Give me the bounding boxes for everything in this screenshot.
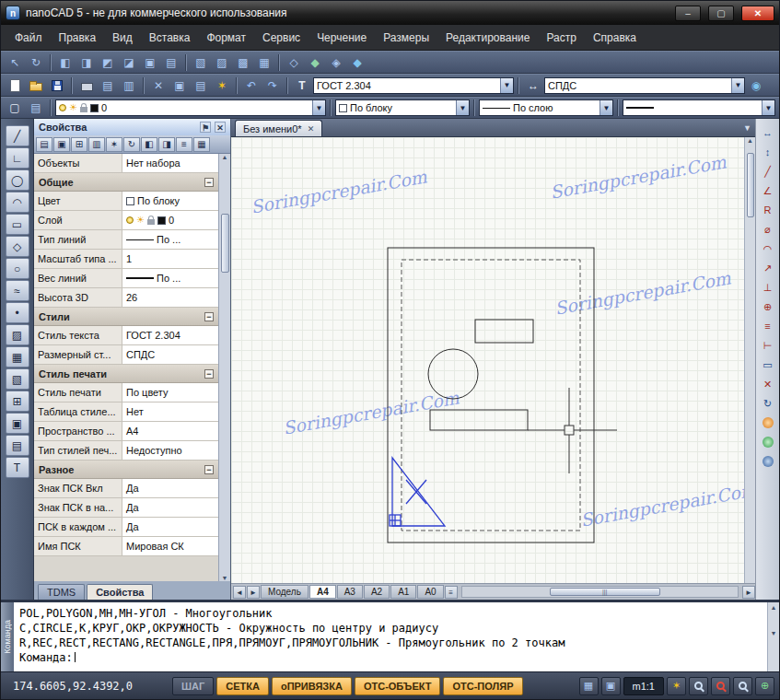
polar-toggle[interactable]: ОТС-ПОЛЯР xyxy=(443,677,522,695)
hatch-icon[interactable]: ▨ xyxy=(6,324,29,345)
tab-overflow-icon[interactable]: ▼ xyxy=(743,123,751,133)
menu-item-draw[interactable]: Черчение xyxy=(309,27,375,49)
view-back-icon[interactable]: ▤ xyxy=(161,53,181,72)
tab-properties[interactable]: Свойства xyxy=(87,584,153,600)
prop-row-objects[interactable]: Объекты Нет набора xyxy=(34,154,218,173)
view-top-icon[interactable]: ◧ xyxy=(55,53,76,72)
dim-arc-icon[interactable]: ◠ xyxy=(759,239,777,258)
polyline-icon[interactable]: ∟ xyxy=(6,147,29,169)
open-file-icon[interactable] xyxy=(26,76,46,95)
prop-section-misc[interactable]: Разное − xyxy=(34,461,218,479)
spline-icon[interactable]: ≈ xyxy=(6,280,29,301)
export-icon[interactable]: ◨ xyxy=(158,137,175,152)
arc-icon[interactable]: ◠ xyxy=(6,192,29,213)
command-scrollbar[interactable]: ▲▼ xyxy=(767,602,779,671)
prop-row-lineweight[interactable]: Вес линий По ... xyxy=(34,269,218,288)
chevron-down-icon[interactable]: ▼ xyxy=(731,78,744,93)
dim-style-icon[interactable]: ↔ xyxy=(523,76,543,95)
leader-icon[interactable]: ↗ xyxy=(759,259,777,277)
maximize-button[interactable]: ▢ xyxy=(708,6,734,21)
zoom-extents-icon[interactable] xyxy=(733,677,752,695)
prop-row-ucs-on[interactable]: Знак ПСК Вкл Да xyxy=(34,479,218,498)
snap-toggle[interactable]: ШАГ xyxy=(172,677,214,695)
zoom-in-icon[interactable] xyxy=(689,677,708,695)
pan-view-icon[interactable]: ↖ xyxy=(5,53,25,72)
select-icon[interactable]: ▢ xyxy=(5,99,25,117)
sheet-tab-a3[interactable]: А3 xyxy=(337,585,363,599)
calc-icon[interactable]: ✶ xyxy=(106,137,122,152)
command-rail[interactable]: Команда xyxy=(1,602,14,671)
new-file-icon[interactable] xyxy=(5,76,25,95)
prop-row-plotstyletype[interactable]: Тип стилей печ... Недоступно xyxy=(34,441,218,461)
text-icon[interactable]: T xyxy=(6,457,29,478)
scroll-up-icon[interactable]: ▲ xyxy=(222,154,228,160)
render-icon[interactable] xyxy=(759,414,777,432)
link-icon[interactable]: ◧ xyxy=(141,137,157,152)
close-button[interactable]: ✕ xyxy=(741,6,774,21)
settings-icon[interactable]: ≡ xyxy=(176,137,192,152)
dim-linear-icon[interactable]: ↔ xyxy=(759,123,777,142)
iso-nw-icon[interactable]: ▦ xyxy=(254,53,274,72)
properties-scrollbar[interactable]: ▲ ▼ xyxy=(218,154,230,581)
pin-icon[interactable]: ⚑ xyxy=(200,122,211,133)
zoom-window-icon[interactable] xyxy=(711,677,730,695)
ellipse-icon[interactable]: ○ xyxy=(6,258,29,279)
dim-continue-icon[interactable]: ⊢ xyxy=(759,336,777,355)
scroll-thumb[interactable] xyxy=(221,214,229,273)
quick-select-icon[interactable]: ▣ xyxy=(53,137,70,152)
otrack-toggle[interactable]: ОТС-ОБЪЕКТ xyxy=(355,677,441,695)
save-icon[interactable] xyxy=(47,76,67,95)
rectangle-entity[interactable] xyxy=(475,320,533,343)
sheet-tab-a2[interactable]: А2 xyxy=(364,585,390,599)
sheet-next-icon[interactable]: ► xyxy=(247,586,260,599)
rotate-view-icon[interactable]: ↻ xyxy=(26,53,46,72)
wireframe-icon[interactable] xyxy=(759,452,777,471)
layer-manager-icon[interactable]: ▤ xyxy=(26,99,46,117)
menu-item-raster[interactable]: Растр xyxy=(538,27,584,49)
help-panel-icon[interactable]: ▦ xyxy=(193,137,210,152)
scroll-down-icon[interactable]: ▼ xyxy=(222,575,228,581)
iso-sw-icon[interactable]: ▧ xyxy=(191,53,211,72)
copy-properties-icon[interactable]: ⊞ xyxy=(71,137,87,152)
visual-style-wireframe-icon[interactable]: ◆ xyxy=(305,53,325,72)
chevron-down-icon[interactable]: ▼ xyxy=(312,100,325,115)
dim-radius-icon[interactable]: R xyxy=(759,201,777,219)
view-bottom-icon[interactable]: ◨ xyxy=(76,53,97,72)
text-style-icon[interactable]: Т xyxy=(292,76,312,95)
prop-row-color[interactable]: Цвет По блоку xyxy=(34,192,218,211)
prop-row-height3d[interactable]: Высота 3D 26 xyxy=(34,288,218,308)
prop-row-plotstyle[interactable]: Стиль печати По цвету xyxy=(34,383,218,402)
add-sheet-icon[interactable]: ≡ xyxy=(445,586,458,599)
lineweight-combo[interactable]: ▼ xyxy=(623,99,775,116)
cut-icon[interactable]: ✕ xyxy=(148,76,169,95)
chevron-down-icon[interactable]: ▼ xyxy=(456,100,469,115)
prop-section-styles[interactable]: Стили − xyxy=(34,308,218,326)
model-canvas[interactable]: Soringpcrepair.Com Soringpcrepair.Com So… xyxy=(231,137,755,583)
chevron-down-icon[interactable]: ▼ xyxy=(600,100,612,115)
collapse-icon[interactable]: − xyxy=(204,465,214,474)
info-icon[interactable]: ◉ xyxy=(746,76,766,95)
annotation-scale-icon[interactable]: ▣ xyxy=(601,677,621,695)
osnap-toggle[interactable]: оПРИВЯЗКА xyxy=(272,677,352,695)
prop-row-plotspace[interactable]: Пространство ... А4 xyxy=(34,422,218,441)
prop-row-ucs-origin[interactable]: Знак ПСК в на... Да xyxy=(34,498,218,518)
dim-diameter-icon[interactable]: ⌀ xyxy=(759,220,777,239)
document-tab[interactable]: Без имени0* ✕ xyxy=(235,120,322,136)
menu-item-help[interactable]: Справка xyxy=(585,27,645,49)
visual-style-2d-icon[interactable]: ◇ xyxy=(284,53,304,72)
dim-break-icon[interactable]: ✕ xyxy=(759,375,777,393)
circle-entity[interactable] xyxy=(428,349,478,399)
chevron-down-icon[interactable]: ▼ xyxy=(500,78,513,93)
sheet-tab-a4[interactable]: А4 xyxy=(309,585,336,599)
minimize-button[interactable]: – xyxy=(675,6,701,21)
sheet-set-icon[interactable]: ▥ xyxy=(119,76,139,95)
layer-combo[interactable]: ☀ 0 ▼ xyxy=(55,99,326,116)
tolerance-icon[interactable]: ⊥ xyxy=(759,278,777,297)
sheet-tab-a1[interactable]: А1 xyxy=(390,585,416,599)
line-icon[interactable]: ╱ xyxy=(6,125,29,146)
prop-section-plotstyle[interactable]: Стиль печати − xyxy=(34,365,218,383)
chevron-down-icon[interactable]: ▼ xyxy=(762,100,774,115)
close-tab-icon[interactable]: ✕ xyxy=(308,124,315,134)
close-panel-icon[interactable]: ✕ xyxy=(215,122,226,133)
visual-style-hidden-icon[interactable]: ◈ xyxy=(326,53,346,72)
